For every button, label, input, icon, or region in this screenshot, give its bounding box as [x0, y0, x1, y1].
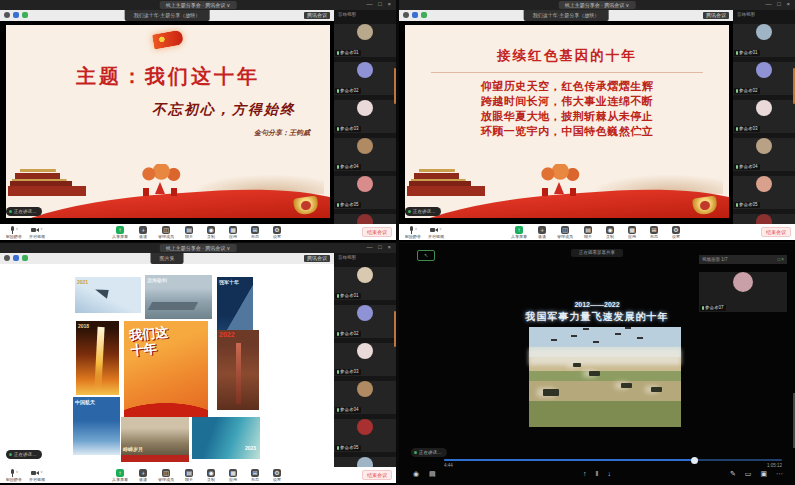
- participant-tile[interactable]: 参会者01: [334, 267, 396, 300]
- prev-page-icon[interactable]: ↑: [583, 469, 587, 478]
- window-controls[interactable]: — □ ×: [367, 1, 393, 7]
- chevron-up-icon[interactable]: ∨: [40, 226, 43, 234]
- view-mode-icon[interactable]: ◉: [413, 469, 419, 478]
- sidebar-header[interactable]: 宫格视图: [334, 10, 396, 19]
- app-icon-docs[interactable]: [13, 12, 19, 18]
- doc-tab[interactable]: 我们这十年·主题分享（放映）: [524, 10, 609, 21]
- sidebar-scrollbar[interactable]: [394, 311, 396, 347]
- chat-button[interactable]: ▤ 聊天: [581, 226, 595, 239]
- chevron-up-icon[interactable]: ∨: [16, 226, 19, 234]
- window-controls[interactable]: — □ ×: [766, 1, 792, 7]
- participant-tile[interactable]: 参会者05: [733, 176, 795, 209]
- meeting-badge[interactable]: 腾讯会议: [304, 255, 330, 262]
- sidebar-scrollbar[interactable]: [394, 68, 396, 104]
- video-button[interactable]: ∨ 开启视频: [29, 226, 45, 239]
- record-button[interactable]: ◉ 录制: [204, 226, 218, 239]
- mute-button[interactable]: ∨ 解除静音: [6, 469, 22, 482]
- chat-button[interactable]: ▤ 聊天: [182, 469, 196, 482]
- chevron-up-icon[interactable]: ∨: [16, 469, 19, 477]
- manage-members-button[interactable]: ◫ 管理成员: [158, 469, 174, 482]
- settings-button[interactable]: ⚙ 设置: [270, 226, 284, 239]
- more-icon[interactable]: ⋯: [776, 469, 783, 478]
- settings-button[interactable]: ⚙ 设置: [270, 469, 284, 482]
- video-progress-bar[interactable]: [444, 459, 782, 461]
- speaker-indicator[interactable]: 正在讲话…: [6, 450, 42, 459]
- panel-window-controls[interactable]: □ ×: [777, 255, 784, 264]
- speaker-indicator[interactable]: 正在讲话…: [405, 207, 441, 216]
- pause-icon[interactable]: ‖: [596, 469, 599, 478]
- window-controls[interactable]: — □ ×: [367, 244, 393, 250]
- manage-members-button[interactable]: ◫ 管理成员: [557, 226, 573, 239]
- share-screen-button[interactable]: ↑ 共享屏幕: [112, 469, 128, 482]
- participant-tile[interactable]: 参会者06: [334, 214, 396, 224]
- mute-button[interactable]: ∨ 解除静音: [6, 226, 22, 239]
- app-icon-record[interactable]: [403, 12, 409, 18]
- app-icon-docs[interactable]: [13, 255, 19, 261]
- participant-tile[interactable]: 参会者01: [733, 24, 795, 57]
- doc-tab[interactable]: 我们这十年·主题分享（放映）: [125, 10, 210, 21]
- invite-button[interactable]: ＋ 邀请: [136, 469, 150, 482]
- record-button[interactable]: ◉ 录制: [603, 226, 617, 239]
- sidebar-header[interactable]: 宫格视图: [334, 253, 396, 262]
- share-screen-button[interactable]: ↑ 共享屏幕: [112, 226, 128, 239]
- manage-members-button[interactable]: ◫ 管理成员: [158, 226, 174, 239]
- meeting-title-pill[interactable]: 线上主题分享会 · 腾讯会议 ∨: [559, 1, 636, 9]
- layout-button[interactable]: ⊞ 布局: [647, 226, 661, 239]
- participant-tile[interactable]: 参会者02: [334, 305, 396, 338]
- settings-button[interactable]: ⚙ 设置: [669, 226, 683, 239]
- chevron-up-icon[interactable]: ∨: [415, 226, 418, 234]
- participant-tile[interactable]: 参会者01: [334, 24, 396, 57]
- end-meeting-button[interactable]: 结束会议: [761, 227, 791, 237]
- speaker-indicator[interactable]: 正在讲话…: [6, 207, 42, 216]
- apps-button[interactable]: ▦ 应用: [226, 226, 240, 239]
- apps-button[interactable]: ▦ 应用: [625, 226, 639, 239]
- mute-button[interactable]: ∨ 解除静音: [405, 226, 421, 239]
- invite-button[interactable]: ＋ 邀请: [136, 226, 150, 239]
- invite-button[interactable]: ＋ 邀请: [535, 226, 549, 239]
- end-meeting-button[interactable]: 结束会议: [362, 470, 392, 480]
- screen-icon[interactable]: ▭: [745, 469, 752, 478]
- app-icon-record[interactable]: [4, 255, 10, 261]
- participant-tile[interactable]: 参会者05: [334, 176, 396, 209]
- end-meeting-button[interactable]: 结束会议: [362, 227, 392, 237]
- participant-tile[interactable]: 参会者05: [334, 419, 396, 452]
- participant-tile[interactable]: 参会者02: [733, 62, 795, 95]
- sidebar-header[interactable]: 宫格视图: [733, 10, 795, 19]
- chat-icon[interactable]: ▤: [429, 469, 436, 478]
- annotate-icon[interactable]: ✎: [730, 469, 736, 478]
- video-button[interactable]: ∨ 开启视频: [428, 226, 444, 239]
- meeting-badge[interactable]: 腾讯会议: [304, 12, 330, 19]
- record-button[interactable]: ◉ 录制: [204, 469, 218, 482]
- participant-tile[interactable]: 参会者03: [334, 100, 396, 133]
- video-button[interactable]: ∨ 开启视频: [29, 469, 45, 482]
- chevron-up-icon[interactable]: ∨: [40, 469, 43, 477]
- meeting-title-pill[interactable]: 线上主题分享会 · 腾讯会议 ∨: [160, 1, 237, 9]
- participant-tile[interactable]: 参会者03: [334, 343, 396, 376]
- participant-tile[interactable]: 参会者06: [334, 457, 396, 467]
- fullscreen-icon[interactable]: ▣: [760, 469, 767, 478]
- app-icon-record[interactable]: [4, 12, 10, 18]
- participant-tile[interactable]: 参会者03: [733, 100, 795, 133]
- app-icon-wps[interactable]: [421, 12, 427, 18]
- layout-button[interactable]: ⊞ 布局: [248, 469, 262, 482]
- next-page-icon[interactable]: ↓: [607, 469, 611, 478]
- speaker-indicator[interactable]: 正在讲话…: [411, 448, 447, 457]
- participant-tile[interactable]: 参会者04: [334, 138, 396, 171]
- participant-tile[interactable]: 参会者06: [733, 214, 795, 224]
- panel-header[interactable]: 视频画面 1/7 □ ×: [699, 255, 787, 264]
- meeting-title-pill[interactable]: 线上主题分享会 · 腾讯会议 ∨: [160, 244, 237, 252]
- share-screen-button[interactable]: ↑ 共享屏幕: [511, 226, 527, 239]
- doc-tab[interactable]: 图片集: [151, 253, 184, 264]
- chevron-up-icon[interactable]: ∨: [439, 226, 442, 234]
- participant-tile[interactable]: 参会者04: [733, 138, 795, 171]
- app-icon-wps[interactable]: [22, 12, 28, 18]
- progress-knob[interactable]: [691, 457, 698, 464]
- participant-tile[interactable]: 参会者04: [334, 381, 396, 414]
- chat-button[interactable]: ▤ 聊天: [182, 226, 196, 239]
- exit-fullscreen-button[interactable]: ↖: [417, 250, 435, 261]
- app-icon-docs[interactable]: [412, 12, 418, 18]
- meeting-badge[interactable]: 腾讯会议: [703, 12, 729, 19]
- layout-button[interactable]: ⊞ 布局: [248, 226, 262, 239]
- apps-button[interactable]: ▦ 应用: [226, 469, 240, 482]
- app-icon-wps[interactable]: [22, 255, 28, 261]
